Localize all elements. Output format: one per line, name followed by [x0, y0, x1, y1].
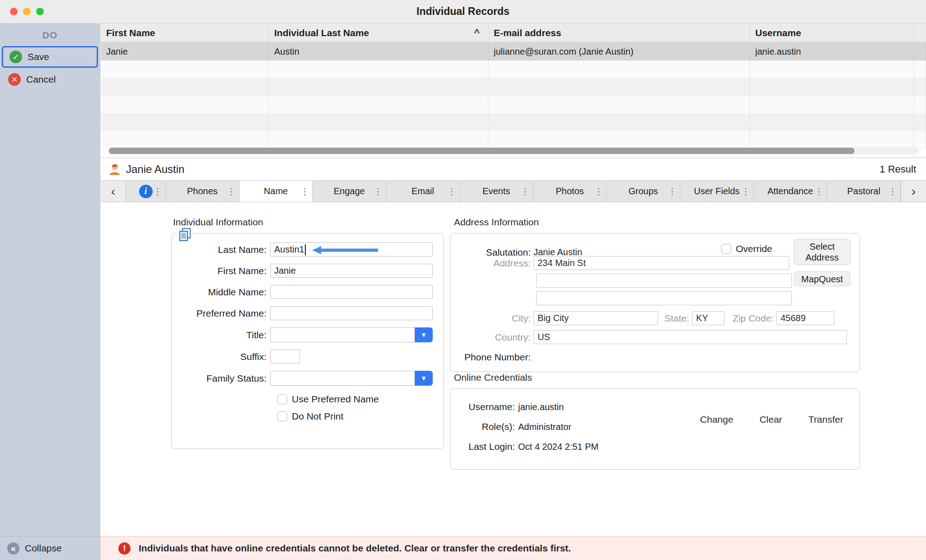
last-login-row: Last Login: Oct 4 2024 2:51 PM — [450, 441, 599, 452]
window-title: Individual Records — [416, 5, 510, 18]
address-line3-field[interactable] — [536, 291, 792, 305]
override-checkbox[interactable] — [721, 244, 731, 254]
roles-value: Administrator — [518, 422, 571, 432]
tab-pastoral[interactable]: Pastoral ⋮ — [827, 181, 901, 202]
transfer-button[interactable]: Transfer — [809, 414, 843, 425]
family-status-dropdown-button[interactable]: ▾ — [415, 371, 433, 386]
address-line2-field[interactable] — [536, 274, 792, 288]
collapse-button[interactable]: « Collapse — [0, 536, 100, 560]
individual-info-box: Last Name: Austin1 First Name: Middle Na… — [171, 233, 444, 449]
chevron-left-icon: ‹ — [111, 184, 115, 199]
chevron-right-icon: › — [912, 184, 916, 199]
table-row-empty — [101, 96, 926, 113]
cell-last-name: Austin — [269, 42, 488, 61]
last-name-label: Last Name: — [172, 244, 270, 255]
city-field[interactable] — [533, 311, 658, 325]
city-label: City: — [450, 313, 533, 324]
drag-handle-icon: ⋮ — [227, 186, 236, 197]
tab-events[interactable]: Events ⋮ — [460, 181, 533, 202]
tab-user-fields[interactable]: User Fields ⋮ — [680, 181, 754, 202]
column-header-first-name[interactable]: First Name — [101, 23, 269, 42]
cancel-button-label: Cancel — [26, 74, 56, 85]
middle-name-row: Middle Name: — [172, 285, 444, 299]
tab-photos[interactable]: Photos ⋮ — [533, 181, 607, 202]
title-label: Title: — [172, 330, 270, 341]
address-info-box: Salutation: Janie Austin Override Select… — [450, 233, 860, 372]
preferred-name-field[interactable] — [270, 306, 433, 320]
do-not-print-row: Do Not Print — [277, 411, 444, 422]
horizontal-scrollbar[interactable] — [108, 147, 919, 154]
drag-handle-icon: ⋮ — [741, 186, 750, 197]
use-preferred-name-checkbox[interactable] — [277, 394, 287, 404]
record-header: Janie Austin 1 Result — [101, 158, 926, 180]
last-name-field[interactable]: Austin1 — [270, 243, 433, 257]
family-status-label: Family Status: — [172, 373, 270, 384]
zoom-window-button[interactable] — [36, 8, 44, 15]
table-row-empty — [101, 131, 926, 149]
zip-field[interactable] — [776, 311, 834, 325]
first-name-field[interactable] — [270, 264, 433, 278]
family-status-row: Family Status: ▾ — [172, 371, 444, 386]
tab-info[interactable]: i ⋮ — [126, 181, 166, 202]
city-state-zip-row: City: State: Zip Code: — [450, 311, 834, 325]
change-button[interactable]: Change — [700, 414, 734, 425]
suffix-field[interactable] — [270, 350, 300, 364]
table-row[interactable]: Janie Austin julianne@suran.com (Janie A… — [101, 42, 926, 61]
drag-handle-icon: ⋮ — [374, 186, 383, 197]
middle-name-field[interactable] — [270, 285, 433, 299]
horizontal-scrollbar-thumb[interactable] — [109, 148, 855, 154]
country-field[interactable] — [533, 330, 847, 344]
tab-bar: ‹ i ⋮ Phones ⋮ Name ⋮ Engage ⋮ Email ⋮ E… — [101, 180, 926, 202]
chevron-down-icon: ▾ — [422, 373, 426, 383]
phone-label: Phone Number: — [450, 352, 533, 363]
tab-phones[interactable]: Phones ⋮ — [166, 181, 239, 202]
tabs-scroll-left-button[interactable]: ‹ — [101, 181, 126, 202]
tab-email[interactable]: Email ⋮ — [386, 181, 460, 202]
mapquest-button[interactable]: MapQuest — [794, 271, 851, 286]
save-button[interactable]: ✓ Save — [2, 46, 98, 68]
window-titlebar: Individual Records — [0, 0, 926, 23]
online-credentials-box: Username: janie.austin Role(s): Administ… — [450, 388, 860, 470]
drag-handle-icon: ⋮ — [153, 186, 162, 197]
cancel-button[interactable]: ✕ Cancel — [2, 69, 98, 90]
close-window-button[interactable] — [10, 8, 18, 15]
tabs-scroll-right-button[interactable]: › — [901, 181, 926, 202]
minimize-window-button[interactable] — [23, 8, 31, 15]
title-dropdown-button[interactable]: ▾ — [415, 327, 433, 342]
text-cursor — [305, 244, 306, 255]
title-row: Title: ▾ — [172, 327, 444, 342]
tab-engage[interactable]: Engage ⋮ — [313, 181, 386, 202]
column-header-username[interactable]: Username — [750, 23, 914, 42]
tab-groups[interactable]: Groups ⋮ — [607, 181, 680, 202]
drag-handle-icon: ⋮ — [300, 186, 309, 197]
table-row-empty — [101, 113, 926, 131]
family-status-dropdown[interactable]: ▾ — [270, 371, 433, 386]
table-row-empty — [101, 78, 926, 96]
warning-message: Individuals that have online credentials… — [139, 543, 571, 554]
column-header-email[interactable]: E-mail address — [488, 23, 750, 42]
credential-buttons: Change Clear Transfer — [700, 414, 843, 425]
username-value: janie.austin — [518, 402, 564, 412]
clear-button[interactable]: Clear — [759, 414, 782, 425]
cell-username: janie.austin — [750, 42, 914, 61]
do-not-print-checkbox[interactable] — [277, 411, 287, 421]
override-label: Override — [736, 243, 772, 254]
address-line1-row: Address: — [450, 256, 789, 270]
address-line1-field[interactable] — [533, 256, 789, 270]
title-dropdown[interactable]: ▾ — [270, 327, 433, 342]
copy-icon[interactable] — [177, 227, 193, 245]
drag-handle-icon: ⋮ — [814, 186, 823, 197]
traffic-lights — [10, 8, 44, 15]
middle-name-label: Middle Name: — [172, 287, 270, 298]
last-login-label: Last Login: — [450, 441, 518, 452]
tab-attendance[interactable]: Attendance ⋮ — [754, 181, 828, 202]
state-field[interactable] — [692, 311, 725, 325]
select-address-button[interactable]: Select Address — [794, 239, 851, 265]
result-count: 1 Result — [879, 163, 916, 175]
column-header-last-name[interactable]: Individual Last Name ^ — [269, 23, 488, 42]
drag-handle-icon: ⋮ — [888, 186, 897, 197]
table-header-row: First Name Individual Last Name ^ E-mail… — [101, 23, 926, 42]
tab-name[interactable]: Name ⋮ — [239, 181, 313, 202]
zip-label: Zip Code: — [733, 313, 774, 324]
sidebar: DO ✓ Save ✕ Cancel — [0, 23, 100, 536]
